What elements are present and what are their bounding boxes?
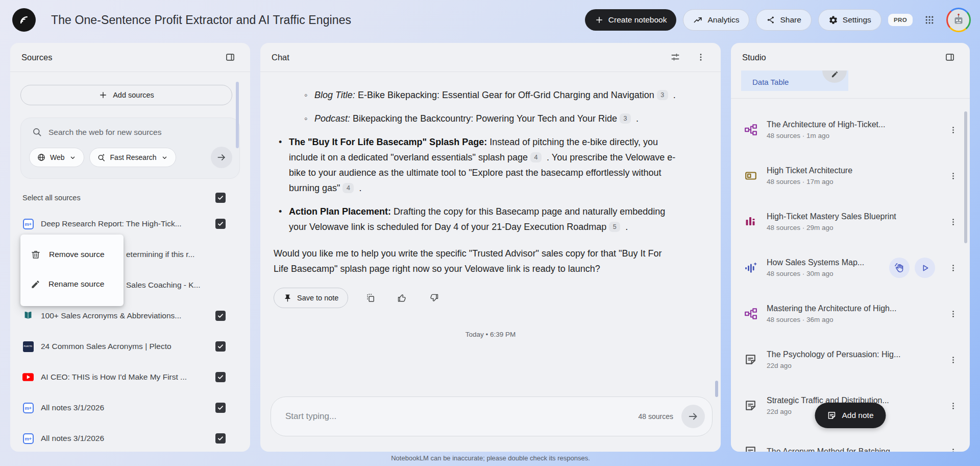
chat-bullet: The "Buy It For Life Basecamp" Splash Pa… bbox=[274, 134, 679, 196]
select-all-label: Select all sources bbox=[22, 194, 81, 202]
user-avatar[interactable] bbox=[946, 8, 971, 32]
item-menu-button[interactable] bbox=[945, 214, 961, 229]
research-mode-dropdown[interactable]: Fast Research bbox=[89, 148, 176, 167]
pro-badge: PRO bbox=[888, 14, 913, 26]
item-menu-button[interactable] bbox=[945, 444, 961, 452]
source-row[interactable]: PLECTO24 Common Sales Acronyms | Plecto bbox=[10, 331, 250, 362]
send-button[interactable] bbox=[681, 405, 705, 428]
source-checkbox[interactable] bbox=[215, 372, 226, 382]
save-to-note-button[interactable]: Save to note bbox=[274, 288, 348, 308]
notebook-title[interactable]: The One-Sentence Profit Extractor and AI… bbox=[51, 13, 351, 27]
chevron-down-icon bbox=[69, 154, 77, 161]
globe-icon bbox=[37, 153, 46, 162]
notebook-note-icon: m+ bbox=[23, 403, 34, 413]
citation-chip[interactable]: 4 bbox=[530, 152, 542, 162]
avatar-robot-image bbox=[948, 9, 969, 31]
studio-item[interactable]: High Ticket Architecture48 sources · 17m… bbox=[731, 153, 970, 199]
studio-item-title: High Ticket Architecture bbox=[767, 166, 936, 175]
citation-chip[interactable]: 4 bbox=[342, 183, 354, 193]
source-count-label: 48 sources bbox=[639, 412, 673, 421]
studio-item[interactable]: The Architecture of High-Ticket...48 sou… bbox=[731, 107, 970, 153]
chat-input[interactable] bbox=[285, 411, 639, 422]
studio-item-title: How Sales Systems Map... bbox=[767, 258, 880, 267]
flowchart-icon bbox=[744, 123, 757, 136]
settings-button[interactable]: Settings bbox=[818, 9, 881, 31]
plecto-favicon: PLECTO bbox=[23, 341, 34, 352]
add-note-button[interactable]: Add note bbox=[815, 403, 886, 428]
share-icon bbox=[766, 15, 775, 25]
citation-chip[interactable]: 5 bbox=[609, 222, 620, 232]
app-header: The One-Sentence Profit Extractor and AI… bbox=[0, 0, 980, 40]
copy-button[interactable] bbox=[361, 289, 380, 307]
collapse-studio-button[interactable] bbox=[941, 49, 959, 66]
citation-chip[interactable]: 3 bbox=[620, 113, 631, 124]
create-notebook-button[interactable]: Create notebook bbox=[585, 9, 677, 31]
studio-item[interactable]: The Acronym Method for Batching... bbox=[731, 429, 970, 452]
sources-title: Sources bbox=[21, 53, 53, 62]
source-checkbox[interactable] bbox=[215, 403, 226, 413]
chat-scrollbar[interactable] bbox=[715, 381, 718, 397]
pencil-icon bbox=[31, 279, 40, 289]
item-menu-button[interactable] bbox=[945, 260, 961, 275]
menu-item-remove-source[interactable]: Remove source bbox=[20, 240, 124, 269]
studio-item[interactable]: High-Ticket Mastery Sales Blueprint48 so… bbox=[731, 199, 970, 245]
source-checkbox[interactable] bbox=[215, 219, 226, 229]
notebook-note-icon: m+ bbox=[23, 433, 34, 444]
apps-grid-icon bbox=[924, 15, 935, 25]
add-sources-button[interactable]: Add sources bbox=[20, 85, 232, 105]
notebook-note-icon: m+ bbox=[23, 219, 34, 229]
studio-item[interactable]: Mastering the Architecture of High...48 … bbox=[731, 291, 970, 337]
thumbs-up-button[interactable] bbox=[393, 289, 411, 307]
interactive-mode-button[interactable] bbox=[889, 258, 910, 278]
share-button[interactable]: Share bbox=[756, 9, 811, 31]
submit-search-button[interactable] bbox=[211, 147, 232, 168]
source-row[interactable]: AI CEO: THIS is How I'd Make My First ..… bbox=[10, 362, 250, 392]
chat-more-button[interactable] bbox=[692, 49, 709, 66]
source-row[interactable]: m+All notes 3/1/2026 bbox=[10, 423, 250, 452]
citation-chip[interactable]: 3 bbox=[657, 90, 668, 100]
collapse-sources-button[interactable] bbox=[222, 49, 239, 66]
flowchart-icon bbox=[744, 307, 757, 320]
studio-item[interactable]: The Psychology of Persuasion: Hig...22d … bbox=[731, 337, 970, 383]
chat-inputbar: 48 sources bbox=[271, 397, 713, 436]
pin-icon bbox=[283, 294, 292, 302]
analytics-button[interactable]: Analytics bbox=[683, 9, 749, 31]
chat-bullet: Podcast: Bikepacking the Backcountry: Po… bbox=[274, 111, 679, 126]
kebab-menu-icon bbox=[949, 126, 958, 134]
sources-panel: Sources Add sources Web Fast Research bbox=[10, 43, 250, 452]
notebooklm-logo-icon[interactable] bbox=[12, 8, 36, 32]
thumbs-up-icon bbox=[397, 293, 407, 303]
select-all-checkbox[interactable] bbox=[215, 193, 226, 203]
flashcards-icon bbox=[744, 169, 757, 182]
source-row[interactable]: m+All notes 3/1/2026 bbox=[10, 392, 250, 423]
item-menu-button[interactable] bbox=[945, 306, 961, 321]
source-checkbox[interactable] bbox=[215, 311, 226, 321]
apps-grid-button[interactable] bbox=[919, 10, 940, 30]
source-checkbox[interactable] bbox=[215, 341, 226, 352]
studio-scrollbar[interactable] bbox=[964, 111, 967, 243]
chat-settings-button[interactable] bbox=[667, 49, 684, 66]
web-filter-dropdown[interactable]: Web bbox=[29, 148, 84, 167]
studio-item-meta: 22d ago bbox=[767, 362, 936, 369]
menu-item-rename-source[interactable]: Rename source bbox=[20, 269, 124, 299]
sources-scrollbar[interactable] bbox=[236, 82, 239, 148]
chat-title: Chat bbox=[272, 53, 289, 62]
studio-item-title: The Psychology of Persuasion: Hig... bbox=[767, 350, 936, 359]
search-icon bbox=[32, 127, 42, 137]
kebab-menu-icon bbox=[949, 218, 958, 226]
item-menu-button[interactable] bbox=[945, 352, 961, 367]
thumbs-down-button[interactable] bbox=[425, 289, 443, 307]
studio-item-title: High-Ticket Mastery Sales Blueprint bbox=[767, 212, 936, 221]
play-button[interactable] bbox=[915, 258, 935, 278]
studio-title: Studio bbox=[742, 53, 766, 62]
kebab-menu-icon bbox=[949, 310, 958, 318]
source-checkbox[interactable] bbox=[215, 433, 226, 444]
item-menu-button[interactable] bbox=[945, 122, 961, 137]
search-input[interactable] bbox=[48, 128, 232, 137]
tune-icon bbox=[670, 52, 680, 62]
fast-research-icon bbox=[97, 153, 106, 162]
item-menu-button[interactable] bbox=[945, 168, 961, 183]
play-icon bbox=[920, 263, 930, 273]
studio-item[interactable]: How Sales Systems Map...48 sources · 30m… bbox=[731, 245, 970, 291]
item-menu-button[interactable] bbox=[945, 398, 961, 413]
